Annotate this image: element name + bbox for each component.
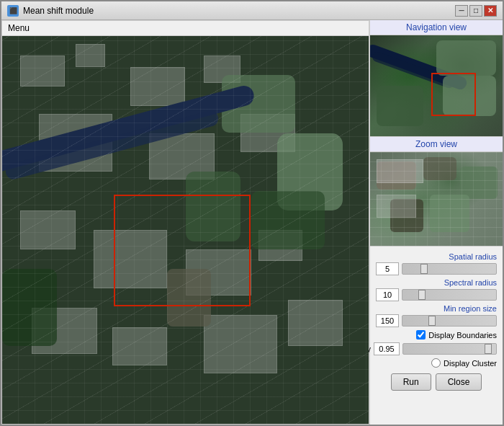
controls-panel: Spatial radius Spectral radius [370, 247, 503, 425]
spatial-radius-row [376, 262, 497, 275]
zoom-view: Zoom view [370, 137, 503, 247]
boundary-overlay [2, 36, 369, 424]
nav-selection-rect [431, 73, 476, 116]
spatial-radius-input[interactable] [376, 262, 399, 275]
title-buttons: ─ □ ✕ [455, 5, 497, 17]
content-area: Menu [1, 20, 503, 425]
main-panel: Menu [1, 20, 369, 425]
spectral-radius-input[interactable] [376, 288, 399, 301]
min-region-slider[interactable] [402, 315, 497, 327]
zoom-image [370, 152, 503, 246]
nav-image [370, 35, 503, 136]
restore-button[interactable]: □ [469, 5, 482, 17]
map-container [2, 36, 369, 424]
right-panel: Navigation view Zoom view [369, 20, 503, 425]
min-region-row [376, 314, 497, 327]
opacity-row: Opacity [376, 342, 497, 355]
nav-view: Navigation view [370, 20, 503, 137]
zoom-view-title: Zoom view [370, 137, 503, 152]
title-bar-left: ⬛ Mean shift module [7, 5, 94, 17]
run-button[interactable]: Run [391, 373, 431, 391]
title-bar: ⬛ Mean shift module ─ □ ✕ [1, 1, 503, 20]
spectral-radius-slider[interactable] [402, 289, 497, 301]
window-icon: ⬛ [7, 5, 19, 17]
display-boundaries-row: Display Boundaries [376, 330, 497, 340]
nav-view-title: Navigation view [370, 20, 503, 35]
spectral-radius-label: Spectral radius [376, 278, 497, 287]
opacity-input[interactable] [374, 342, 400, 355]
close-window-button[interactable]: ✕ [484, 5, 497, 17]
action-buttons-row: Run Close [376, 373, 497, 391]
opacity-slider[interactable] [402, 343, 497, 355]
spatial-radius-group: Spatial radius [376, 252, 497, 275]
close-button[interactable]: Close [436, 373, 482, 391]
spatial-radius-slider[interactable] [402, 263, 497, 275]
minimize-button[interactable]: ─ [455, 5, 468, 17]
display-cluster-row: Display Cluster [376, 358, 497, 368]
min-region-group: Min region size [376, 304, 497, 327]
window-title: Mean shift module [23, 6, 94, 16]
display-cluster-radio[interactable] [431, 358, 441, 368]
display-cluster-label: Display Cluster [444, 359, 497, 368]
min-region-input[interactable] [376, 314, 399, 327]
display-boundaries-checkbox[interactable] [416, 330, 426, 340]
main-window: ⬛ Mean shift module ─ □ ✕ Menu [0, 0, 504, 426]
spectral-radius-group: Spectral radius [376, 278, 497, 301]
spectral-radius-row [376, 288, 497, 301]
min-region-label: Min region size [376, 304, 497, 313]
menu-bar[interactable]: Menu [2, 21, 369, 36]
spatial-radius-label: Spatial radius [376, 252, 497, 261]
display-boundaries-label: Display Boundaries [428, 331, 497, 340]
